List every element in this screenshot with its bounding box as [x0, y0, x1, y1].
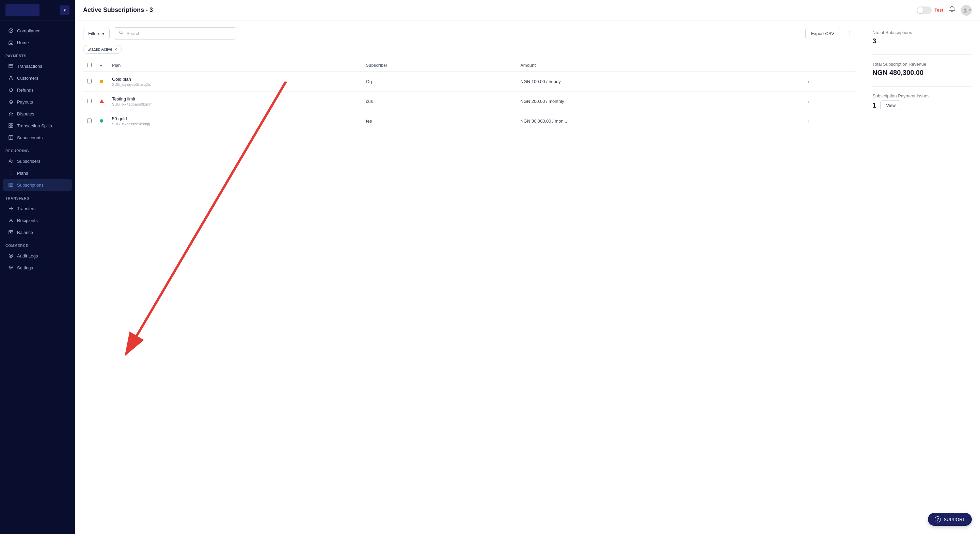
svg-rect-11 [9, 172, 13, 172]
notifications-bell-icon[interactable] [949, 6, 956, 14]
row-detail-button[interactable]: › [808, 79, 810, 85]
filter-chevron-icon: ▾ [102, 31, 105, 36]
table-header: ● Plan Subscriber Amount [83, 59, 856, 72]
svg-rect-5 [11, 124, 13, 125]
sidebar-item-audit-logs[interactable]: Audit Logs [3, 250, 72, 261]
remove-filter-button[interactable]: × [115, 47, 117, 52]
subscriber-cell: cus [362, 92, 516, 112]
transactions-icon [8, 63, 14, 69]
sidebar-item-transactions[interactable]: Transactions [3, 60, 72, 72]
sidebar-item-settings[interactable]: Settings [3, 262, 72, 274]
sidebar-item-subaccounts[interactable]: Subaccounts [3, 132, 72, 143]
sidebar: ▾ Compliance Home PAYMENTS Transactions [0, 0, 75, 534]
sidebar-item-transaction-splits[interactable]: Transaction Splits [3, 120, 72, 131]
home-icon [8, 40, 14, 45]
sidebar-item-label: Payouts [17, 99, 33, 105]
header-actions: Test ▾ [917, 5, 972, 16]
issues-row: 1 View [872, 100, 972, 110]
action-col-header [803, 59, 856, 72]
status-warning-icon [100, 99, 104, 103]
revenue-value: NGN 480,300.00 [872, 69, 972, 77]
sidebar-item-payouts[interactable]: Payouts [3, 96, 72, 108]
support-button[interactable]: ? SUPPORT [928, 513, 972, 526]
main-content: Active Subscriptions - 3 Test ▾ [75, 0, 980, 534]
svg-point-21 [964, 8, 966, 11]
status-filter-tag: Status: Active × [83, 45, 122, 54]
subscriptions-table-section: Filters ▾ Export CSV ⋮ [75, 21, 864, 534]
active-filters: Status: Active × [83, 45, 856, 54]
svg-point-19 [10, 255, 11, 257]
filters-label: Filters [88, 31, 100, 36]
sidebar-item-disputes[interactable]: Disputes [3, 108, 72, 120]
sidebar-item-label: Subscribers [17, 159, 41, 164]
table-row: Gold planSUB_sqhpycb3xhvq2txOgNGN 100.00… [83, 72, 856, 92]
more-options-button[interactable]: ⋮ [844, 28, 856, 38]
transfers-section-label: TRANSFERS [0, 191, 75, 202]
refunds-icon [8, 87, 14, 92]
view-issues-button[interactable]: View [880, 100, 901, 110]
amount-col-header: Amount [516, 59, 803, 72]
disputes-icon [8, 111, 14, 116]
row-detail-button[interactable]: › [808, 99, 810, 105]
subscriber-cell: Og [362, 72, 516, 92]
sidebar-item-label: Audit Logs [17, 253, 38, 258]
sidebar-item-recipients[interactable]: Recipients [3, 215, 72, 226]
payments-section-label: PAYMENTS [0, 49, 75, 60]
divider-1 [872, 54, 972, 55]
plan-name: Testing limit [112, 96, 358, 102]
settings-icon [8, 265, 14, 270]
search-input-wrap [114, 27, 236, 40]
sidebar-item-label: Subscriptions [17, 183, 44, 188]
amount-cell: NGN 200.00 / monthly [516, 92, 803, 112]
sidebar-item-label: Subaccounts [17, 135, 43, 140]
plan-code: SUB_zwdcsszc5k8dqfj [112, 122, 358, 126]
row-checkbox[interactable] [87, 118, 92, 123]
sidebar-item-balance[interactable]: Balance [3, 226, 72, 238]
page-title: Active Subscriptions - 3 [83, 6, 153, 14]
revenue-block: Total Subscription Revenue NGN 480,300.0… [872, 62, 972, 77]
sidebar-item-plans[interactable]: Plans [3, 167, 72, 179]
toggle-knob [917, 7, 923, 13]
svg-point-22 [119, 31, 122, 34]
row-detail-button[interactable]: › [808, 118, 810, 124]
table-toolbar: Filters ▾ Export CSV ⋮ [83, 27, 856, 40]
content-area: Filters ▾ Export CSV ⋮ [75, 21, 980, 534]
sidebar-item-label: Settings [17, 265, 33, 270]
plan-col-header: Plan [108, 59, 362, 72]
sidebar-item-transfers[interactable]: Transfers [3, 202, 72, 214]
environment-label: Test [934, 8, 943, 13]
sidebar-logo: ▾ [0, 0, 75, 21]
subscriptions-count-label: No. of Subscriptions [872, 30, 972, 35]
svg-rect-16 [9, 231, 13, 234]
search-icon [119, 30, 124, 37]
subscriptions-count-value: 3 [872, 37, 972, 45]
subscriber-cell: tes [362, 112, 516, 131]
table-row: 50-goldSUB_zwdcsszc5k8dqfjtesNGN 30,000.… [83, 112, 856, 131]
sidebar-item-subscriptions[interactable]: Subscriptions [3, 179, 72, 191]
sidebar-collapse-button[interactable]: ▾ [60, 5, 70, 15]
search-input[interactable] [126, 31, 231, 36]
sidebar-item-compliance[interactable]: Compliance [3, 25, 72, 37]
export-csv-button[interactable]: Export CSV [805, 28, 840, 39]
commerce-section-label: COMMERCE [0, 238, 75, 250]
svg-rect-13 [9, 174, 13, 174]
revenue-label: Total Subscription Revenue [872, 62, 972, 67]
filters-button[interactable]: Filters ▾ [83, 28, 110, 39]
svg-rect-6 [9, 126, 11, 128]
user-avatar[interactable]: ▾ [961, 5, 972, 16]
amount-cell: NGN 30,000.00 / mon... [516, 112, 803, 131]
amount-cell: NGN 100.00 / hourly [516, 72, 803, 92]
select-all-checkbox[interactable] [87, 63, 92, 67]
sidebar-item-customers[interactable]: Customers [3, 72, 72, 84]
row-checkbox[interactable] [87, 79, 92, 83]
svg-rect-1 [9, 64, 13, 68]
svg-point-0 [9, 29, 13, 33]
svg-rect-17 [10, 232, 11, 233]
environment-toggle[interactable] [917, 6, 932, 14]
svg-rect-4 [9, 124, 11, 125]
sidebar-item-home[interactable]: Home [3, 37, 72, 48]
sidebar-item-refunds[interactable]: Refunds [3, 84, 72, 96]
row-checkbox[interactable] [87, 99, 92, 103]
sidebar-item-subscribers[interactable]: Subscribers [3, 155, 72, 167]
export-label: Export CSV [811, 31, 834, 36]
